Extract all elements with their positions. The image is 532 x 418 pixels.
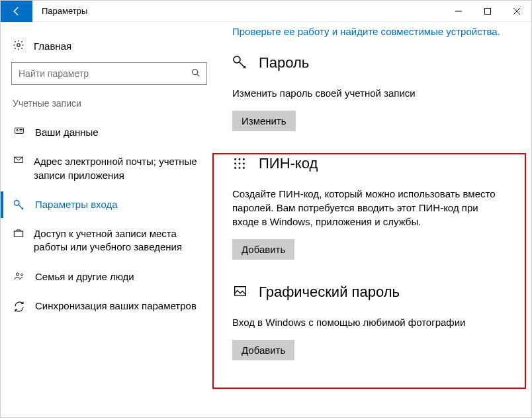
sidebar-item-label: Синхронизация ваших параметров (35, 299, 197, 313)
svg-point-15 (21, 274, 23, 276)
password-title: Пароль (259, 54, 309, 72)
add-picture-password-button[interactable]: Добавить (232, 340, 294, 360)
sidebar-item-signin-options[interactable]: Параметры входа (11, 190, 206, 219)
picture-desc: Вход в Windows с помощью любимой фотогра… (232, 315, 504, 329)
back-button[interactable] (1, 1, 32, 22)
key-icon (13, 198, 26, 211)
minimize-button[interactable] (444, 1, 473, 22)
id-card-icon (13, 126, 26, 136)
home-nav[interactable]: Главная (11, 34, 206, 62)
sidebar: Главная Учетные записи Ваши данные Адрес… (1, 22, 212, 417)
pin-title-row: ПИН-код (232, 155, 519, 172)
svg-point-8 (17, 130, 18, 131)
svg-rect-1 (485, 8, 491, 14)
sidebar-item-label: Адрес электронной почты; учетные записи … (34, 155, 202, 182)
content-area: Проверьте ее работу и найдите совместимы… (212, 22, 531, 417)
search-input[interactable] (19, 68, 191, 79)
sidebar-item-work-access[interactable]: Доступ к учетной записи места работы или… (11, 219, 206, 262)
key-icon (232, 55, 248, 71)
people-icon (13, 270, 26, 282)
gear-icon (13, 39, 24, 53)
sidebar-item-sync[interactable]: Синхронизация ваших параметров (11, 291, 206, 321)
sidebar-item-label: Параметры входа (35, 198, 118, 211)
password-title-row: Пароль (232, 54, 519, 72)
svg-rect-13 (14, 231, 22, 236)
add-pin-button[interactable]: Добавить (232, 239, 294, 260)
pin-desc: Создайте ПИН-код, который можно использо… (232, 187, 504, 229)
sync-icon (13, 299, 26, 313)
hello-link[interactable]: Проверьте ее работу и найдите совместимы… (232, 26, 519, 37)
svg-point-21 (239, 163, 241, 165)
sidebar-item-email[interactable]: Адрес электронной почты; учетные записи … (11, 147, 206, 190)
pin-section: ПИН-код Создайте ПИН-код, который можно … (232, 155, 519, 260)
svg-point-14 (16, 273, 19, 276)
picture-icon (232, 286, 248, 299)
keypad-icon (232, 156, 248, 171)
svg-point-5 (193, 69, 198, 74)
svg-point-24 (239, 167, 241, 169)
sidebar-section-header: Учетные записи (13, 98, 206, 109)
svg-line-6 (197, 74, 200, 76)
picture-password-section: Графический пароль Вход в Windows с помо… (232, 284, 519, 360)
svg-rect-7 (15, 128, 24, 133)
mail-icon (13, 155, 24, 166)
password-desc: Изменить пароль своей учетной записи (232, 86, 504, 100)
close-button[interactable] (502, 1, 531, 22)
pin-title: ПИН-код (259, 155, 318, 172)
search-box[interactable] (11, 62, 207, 85)
picture-title: Графический пароль (259, 284, 400, 301)
svg-point-16 (234, 56, 240, 63)
active-indicator (1, 191, 3, 218)
sidebar-item-your-info[interactable]: Ваши данные (11, 118, 206, 147)
search-icon (191, 68, 201, 80)
sidebar-item-label: Доступ к учетной записи места работы или… (34, 227, 202, 254)
window-title: Параметры (42, 6, 87, 16)
svg-point-12 (15, 200, 20, 205)
home-label: Главная (34, 40, 71, 52)
window-controls (444, 1, 531, 22)
sidebar-item-label: Ваши данные (35, 126, 99, 139)
svg-point-18 (239, 158, 241, 160)
titlebar: Параметры (1, 1, 531, 22)
svg-point-22 (243, 163, 245, 165)
svg-point-20 (234, 163, 236, 165)
password-section: Пароль Изменить пароль своей учетной зап… (232, 54, 519, 131)
svg-point-23 (234, 167, 236, 169)
change-password-button[interactable]: Изменить (232, 111, 296, 131)
briefcase-icon (13, 227, 24, 239)
maximize-button[interactable] (473, 1, 502, 22)
svg-point-25 (243, 167, 245, 169)
sidebar-item-family[interactable]: Семья и другие люди (11, 262, 206, 291)
svg-point-17 (234, 158, 236, 160)
picture-title-row: Графический пароль (232, 284, 519, 301)
svg-point-4 (17, 44, 21, 47)
svg-point-19 (243, 158, 245, 160)
sidebar-item-label: Семья и другие люди (35, 270, 134, 284)
